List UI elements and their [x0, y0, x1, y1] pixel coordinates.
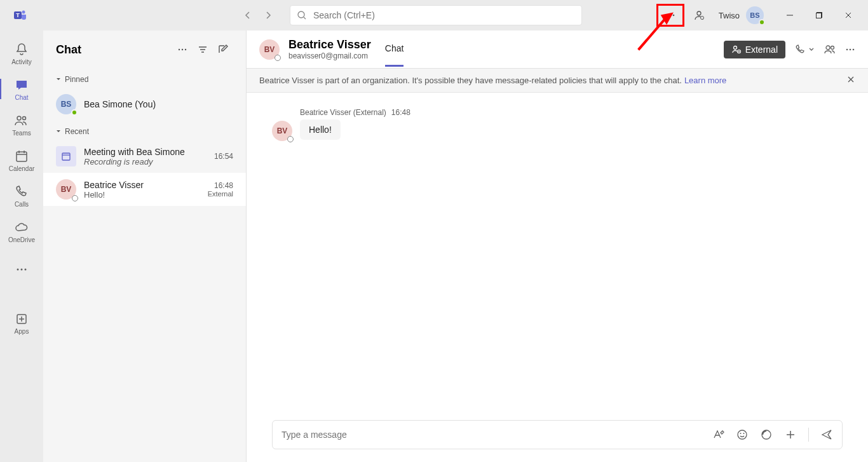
- msg-bubble[interactable]: Hello!: [300, 119, 341, 140]
- close-icon: [846, 75, 855, 84]
- chat-info: Meeting with Bea Simone Recording is rea…: [84, 147, 207, 166]
- loop-icon[interactable]: [760, 428, 773, 441]
- chat-item-meeting[interactable]: Meeting with Bea Simone Recording is rea…: [43, 140, 246, 173]
- search-input[interactable]: [313, 10, 575, 20]
- calendar-icon: [14, 149, 29, 164]
- rail-apps[interactable]: Apps: [0, 305, 43, 341]
- minimize-button[interactable]: [775, 0, 804, 31]
- rail-label: OneDrive: [8, 236, 35, 243]
- msg-meta: Beatrice Visser (External) 16:48: [300, 108, 410, 117]
- chat-info: Bea Simone (You): [84, 99, 233, 109]
- chat-item-beatrice[interactable]: BV Beatrice Visser Hello! 16:48 External: [43, 173, 246, 206]
- conv-title: Beatrice Visser: [288, 38, 371, 51]
- conversation: BV Beatrice Visser beavisser0@gmail.com …: [247, 31, 868, 462]
- call-button[interactable]: [794, 44, 815, 55]
- external-banner: Beatrice Visser is part of an organizati…: [247, 69, 868, 93]
- msg-body: Beatrice Visser (External) 16:48 Hello!: [300, 108, 410, 141]
- calendar-icon: [60, 151, 72, 162]
- rail-onedrive[interactable]: OneDrive: [0, 214, 43, 249]
- nav-forward[interactable]: [259, 6, 277, 24]
- svg-point-8: [700, 17, 703, 20]
- rail-more[interactable]: [0, 252, 43, 287]
- maximize-button[interactable]: [804, 0, 834, 31]
- svg-rect-21: [62, 153, 70, 160]
- filter-button[interactable]: [193, 39, 213, 60]
- nav-back[interactable]: [239, 6, 257, 24]
- external-button[interactable]: External: [724, 41, 785, 58]
- conv-actions: External: [724, 41, 855, 58]
- chat-sub: Recording is ready: [84, 157, 207, 166]
- more-icon: [14, 262, 29, 277]
- presence-offline-icon: [287, 136, 294, 142]
- conversation-header: BV Beatrice Visser beavisser0@gmail.com …: [247, 31, 868, 69]
- avatar: BV: [56, 179, 76, 200]
- search-icon: [297, 10, 307, 20]
- phone-icon: [14, 184, 29, 200]
- avatar: BS: [56, 94, 76, 114]
- rail-teams[interactable]: Teams: [0, 107, 43, 142]
- svg-point-27: [850, 48, 851, 50]
- chevron-down-icon: [56, 129, 61, 134]
- svg-point-15: [21, 269, 23, 271]
- send-icon[interactable]: [820, 428, 833, 441]
- apps-icon: [14, 311, 29, 327]
- close-button[interactable]: [834, 0, 863, 31]
- cloud-icon: [14, 220, 29, 235]
- avatar-initials: BV: [277, 126, 288, 135]
- participants-button[interactable]: [824, 43, 836, 56]
- svg-point-22: [733, 46, 736, 49]
- more-icon: [665, 10, 675, 20]
- svg-point-6: [672, 15, 674, 17]
- section-pinned[interactable]: Pinned: [43, 69, 246, 88]
- svg-text:T: T: [16, 12, 20, 18]
- window-controls: [775, 0, 863, 31]
- user-name: Twiso: [719, 11, 740, 20]
- chat-panel-header: Chat: [43, 31, 246, 69]
- tab-chat[interactable]: Chat: [385, 43, 404, 67]
- presence-offline-icon: [72, 195, 78, 201]
- main: Activity Chat Teams Calendar Calls OneDr…: [0, 31, 868, 462]
- rail-activity[interactable]: Activity: [0, 36, 43, 71]
- presence-available-icon: [71, 109, 78, 116]
- rail-calls[interactable]: Calls: [0, 178, 43, 214]
- svg-point-18: [179, 49, 180, 50]
- emoji-icon[interactable]: [736, 428, 749, 441]
- conv-more-button[interactable]: [845, 44, 855, 55]
- chat-time: 16:54: [214, 152, 233, 161]
- rail-chat[interactable]: Chat: [0, 71, 43, 107]
- presence-available-icon: [759, 19, 765, 25]
- chat-title: Bea Simone (You): [84, 99, 233, 109]
- chat-title: Beatrice Visser: [84, 180, 200, 190]
- chat-more-button[interactable]: [172, 39, 193, 60]
- banner-close[interactable]: [846, 75, 855, 86]
- banner-link[interactable]: Learn more: [684, 76, 726, 85]
- more-icon: [177, 44, 187, 55]
- compose-box[interactable]: [272, 420, 843, 449]
- rail-label: Calls: [15, 201, 29, 208]
- svg-point-4: [666, 15, 668, 17]
- plus-icon[interactable]: [784, 428, 797, 441]
- rail-calendar[interactable]: Calendar: [0, 142, 43, 178]
- banner-text: Beatrice Visser is part of an organizati…: [259, 76, 682, 85]
- people-button[interactable]: [688, 6, 710, 24]
- chat-item-pinned[interactable]: BS Bea Simone (You): [43, 88, 246, 121]
- chat-meta: 16:54: [214, 152, 233, 161]
- format-icon[interactable]: [712, 428, 724, 441]
- chevron-down-icon: [56, 77, 61, 82]
- svg-point-28: [853, 48, 855, 50]
- rail-label: Teams: [12, 130, 31, 137]
- svg-point-30: [740, 433, 742, 434]
- rail-label: Chat: [15, 94, 28, 101]
- svg-point-26: [846, 48, 848, 50]
- compose-input[interactable]: [281, 430, 712, 440]
- presence-offline-icon: [275, 55, 281, 61]
- user-avatar[interactable]: BS: [746, 6, 764, 24]
- section-recent[interactable]: Recent: [43, 121, 246, 140]
- new-chat-button[interactable]: [213, 39, 233, 60]
- search-box[interactable]: [290, 5, 582, 25]
- svg-point-31: [743, 433, 745, 434]
- svg-point-3: [298, 11, 304, 18]
- svg-point-25: [831, 46, 834, 49]
- settings-more-button[interactable]: [656, 4, 684, 27]
- svg-point-14: [17, 269, 19, 271]
